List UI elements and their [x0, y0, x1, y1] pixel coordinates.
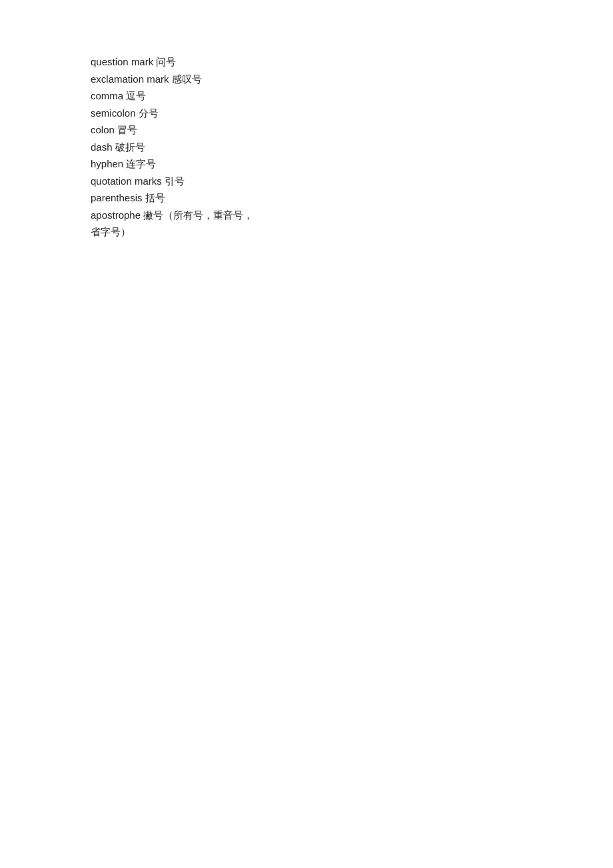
- list-item: dash 破折号: [91, 139, 613, 156]
- main-content: question mark 问号exclamation mark 感叹号comm…: [0, 0, 613, 241]
- term-text: apostrophe 撇号（所有号，重音号，: [91, 207, 613, 224]
- list-item: apostrophe 撇号（所有号，重音号，省字号）: [91, 207, 613, 241]
- list-item: exclamation mark 感叹号: [91, 71, 613, 88]
- list-item: comma 逗号: [91, 87, 613, 105]
- list-item: semicolon 分号: [91, 105, 613, 122]
- list-item: hyphen 连字号: [91, 155, 613, 173]
- list-item: question mark 问号: [91, 53, 613, 71]
- list-item: colon 冒号: [91, 121, 613, 139]
- list-item: quotation marks 引号: [91, 173, 613, 190]
- term-text-continued: 省字号）: [91, 223, 613, 241]
- list-item: parenthesis 括号: [91, 189, 613, 207]
